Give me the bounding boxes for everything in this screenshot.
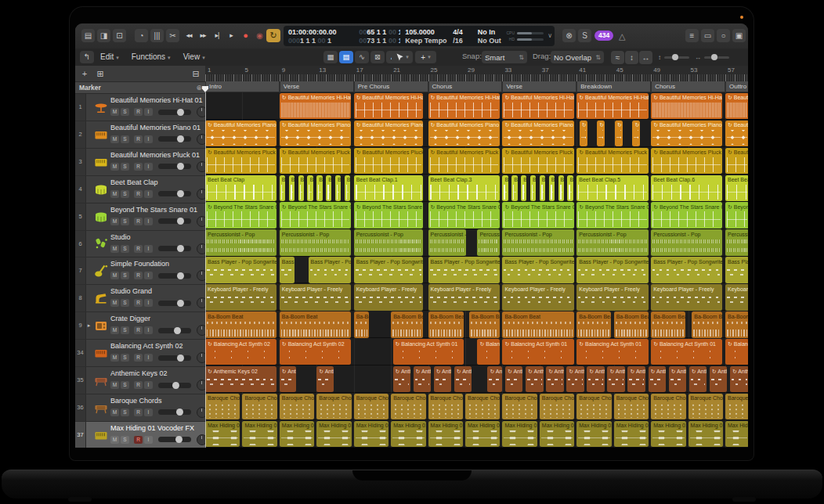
track-volume-slider[interactable]	[158, 383, 191, 388]
track-volume-slider[interactable]	[158, 246, 191, 251]
track-volume-slider[interactable]	[158, 273, 191, 279]
region[interactable]: ↻ Balancing Act Synth 01	[393, 339, 464, 365]
region[interactable]: B	[280, 175, 285, 201]
region[interactable]: Baroque Chords	[688, 394, 723, 419]
region[interactable]: Keyboard Player - Freely	[354, 284, 423, 310]
region[interactable]: ↻ Beyond The Stars Snare 02.1	[428, 202, 500, 228]
region[interactable]: ↻ Beautiful Memories Piano 01.1	[280, 121, 351, 146]
region[interactable]: Max Hiding 01 Vocoder FX	[540, 421, 574, 447]
menu-view[interactable]: View▾	[183, 51, 205, 64]
region[interactable]: ↻ Balancing Act Synth 01	[502, 339, 573, 365]
piano-roll-view-button[interactable]: ▤	[339, 51, 353, 63]
region[interactable]: Baroque Chords	[354, 394, 389, 419]
track-r-button[interactable]: R	[134, 108, 143, 116]
region[interactable]: Beet Beat Clap.6	[651, 175, 722, 201]
region[interactable]: Keyboard Player - Freely	[725, 284, 748, 310]
add-track-button[interactable]: +	[79, 68, 90, 79]
command-tool-button[interactable]: + ▾	[415, 51, 436, 63]
track-r-button[interactable]: R	[134, 354, 143, 362]
region[interactable]: ↻ Balancing Act Synth 02	[280, 339, 351, 365]
track-m-button[interactable]: M	[110, 354, 119, 362]
region[interactable]: Max Hiding 01 Vocoder FX	[725, 421, 748, 447]
region[interactable]: Ba-Boom Beat	[502, 311, 573, 337]
region[interactable]: ↻ Beautiful Memories Piano 01.2	[651, 121, 722, 146]
region[interactable]: ↻ Balancing Act Synth 01	[725, 339, 748, 365]
region[interactable]: ↻ Anthemic Keys 02	[316, 366, 333, 392]
region[interactable]: Max Hiding 01 Vocoder FX	[391, 421, 425, 447]
region[interactable]: Max Hiding 01 Vocoder FX	[614, 421, 649, 447]
region[interactable]: Percussionist - Pop	[280, 229, 351, 255]
track-i-button[interactable]: I	[144, 245, 153, 253]
vertical-zoom-slider[interactable]: ↕	[658, 51, 689, 63]
region[interactable]: ↻ Beautiful Memories Hi-Hat 02.3	[576, 93, 648, 119]
region[interactable]: ↻ Be	[580, 121, 587, 146]
marker-section[interactable]: Pre Chorus	[355, 81, 428, 92]
track-r-button[interactable]: R	[134, 381, 143, 389]
apple-loops-button[interactable]: ○	[717, 29, 730, 42]
marker-section[interactable]: Outtro	[726, 81, 748, 92]
region[interactable]: ↻ Balancing Act Synth 02	[205, 339, 276, 365]
region[interactable]: ↻ Beautiful Memories Piano 02	[354, 121, 423, 146]
track-r-button[interactable]: R	[134, 218, 143, 225]
region[interactable]: ↻ Anthemic Keys 02	[710, 366, 728, 392]
track-header-37[interactable]: 37Max Hiding 01 Vocoder FXMSRI	[75, 422, 205, 448]
region[interactable]: Baroque Chords	[725, 394, 748, 419]
list-editors-button[interactable]: ≡	[685, 29, 699, 42]
region[interactable]: Ba-Boom Beat	[725, 311, 748, 337]
region[interactable]: Max Hiding 01 Vocoder FX	[688, 421, 723, 447]
grid-view-button[interactable]: ▦	[323, 51, 338, 63]
track-header-35[interactable]: 35Anthemic Keys 02MSRI	[75, 367, 205, 394]
region[interactable]: ↻ Be	[632, 121, 640, 146]
volume-knob[interactable]	[177, 300, 184, 307]
region[interactable]: Ba-Boom Beat	[651, 311, 685, 337]
region[interactable]: Beet Beat Clap.5	[576, 175, 648, 201]
region[interactable]: Beet Beat Clap	[725, 175, 748, 201]
region[interactable]: Percussionist - Pop	[502, 229, 573, 255]
region[interactable]: ↻ Anthemic Keys 02	[434, 366, 452, 392]
pointer-tool-button[interactable]: ▾	[392, 51, 413, 63]
region[interactable]: ↻ Beautiful Memories Pluck 01.3	[725, 148, 748, 174]
region[interactable]: ↻ Beautiful Memories Pluck 02.3	[576, 148, 648, 174]
region[interactable]: ↻ Beautiful Memories Pluck 02.1	[428, 148, 500, 174]
track-s-button[interactable]: S	[121, 218, 129, 225]
region[interactable]: Baroque Chords	[428, 394, 463, 419]
region[interactable]: B	[335, 175, 341, 201]
track-volume-slider[interactable]	[158, 164, 191, 169]
drag-dropdown[interactable]: No Overlap ⇅	[551, 51, 604, 63]
track-m-button[interactable]: M	[110, 163, 119, 171]
region[interactable]: Max Hiding 01 Vocoder FX	[354, 421, 389, 447]
track-i-button[interactable]: I	[144, 436, 153, 444]
region[interactable]: ↻ Beyond The Stars Snare 02	[354, 202, 423, 228]
track-s-button[interactable]: S	[121, 108, 129, 116]
track-header-3[interactable]: 3Beautiful Memories Pluck 01MSRI	[75, 149, 205, 176]
track-s-button[interactable]: S	[121, 381, 129, 389]
track-i-button[interactable]: I	[144, 135, 153, 143]
track-i-button[interactable]: I	[144, 272, 153, 279]
waveform-zoom-button[interactable]: ≈	[611, 51, 624, 64]
region[interactable]: Percussionist - Pop	[205, 229, 276, 255]
track-i-button[interactable]: I	[144, 354, 153, 362]
region[interactable]: B	[549, 175, 555, 201]
region[interactable]: Beet Beat Clap	[205, 175, 276, 201]
volume-knob[interactable]	[177, 245, 184, 252]
region[interactable]: ↻ Beautiful Memories Piano 02.1	[428, 121, 500, 146]
track-header-34[interactable]: 34Balancing Act Synth 02MSRI	[75, 340, 205, 367]
region[interactable]: ↻ Beyond The Stars Snare 01	[205, 202, 276, 228]
solo-button[interactable]: S	[578, 29, 591, 42]
volume-knob[interactable]	[174, 327, 181, 334]
lcd-locators[interactable]: 0065 1 1 00 10073 1 1 00 1	[354, 26, 400, 46]
region[interactable]: B	[511, 175, 517, 201]
region[interactable]: ↻ Be	[615, 121, 623, 146]
region[interactable]: Ba-Boom Beat	[354, 311, 369, 337]
track-volume-slider[interactable]	[158, 437, 191, 442]
volume-knob[interactable]	[177, 190, 184, 197]
lcd-smpte-position[interactable]: 01:00:00:00.000001 1 1 00 1	[284, 26, 354, 46]
region[interactable]: Keyboard Player - Freely	[576, 284, 648, 310]
region[interactable]: Baroque Chords	[205, 394, 240, 419]
track-r-button[interactable]: R	[134, 409, 143, 416]
track-i-button[interactable]: I	[144, 409, 153, 416]
smart-controls-button[interactable]: ◔	[135, 29, 148, 42]
region[interactable]: B	[298, 175, 304, 201]
track-r-button[interactable]: R	[134, 326, 143, 334]
region[interactable]: Baroque Chords	[576, 394, 611, 419]
